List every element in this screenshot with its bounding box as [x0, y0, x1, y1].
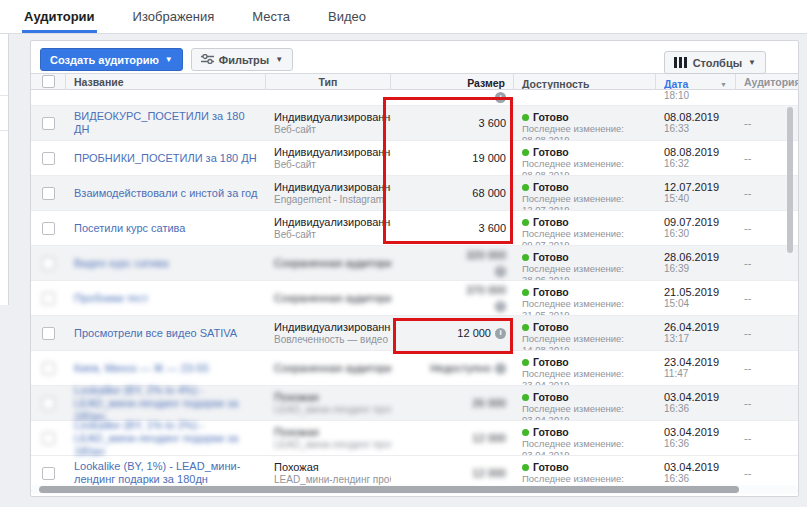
info-icon[interactable]: i — [495, 266, 506, 277]
audience-name-link[interactable]: Lookalike (BY, 2% to 4%) - LEAD_мини-лен… — [74, 386, 258, 420]
audience-name-link[interactable]: Lookalike (BY, 1%) - LEAD_мини-лендинг п… — [74, 460, 258, 486]
audience-subtype: Engagement - Instagram — [274, 194, 383, 206]
audience-size-value: 12 000 — [472, 467, 506, 480]
vertical-scrollbar[interactable] — [787, 107, 793, 253]
tab-images[interactable]: Изображения — [131, 0, 217, 33]
column-header-date[interactable]: Дата ▼ — [656, 74, 736, 89]
sort-desc-icon[interactable]: ▼ — [720, 81, 727, 88]
status-dot-icon — [522, 184, 529, 191]
table-row: Просмотрели все видео SATIVA Индивидуали… — [31, 316, 798, 351]
status-dot-icon — [522, 324, 529, 331]
audience-type: Индивидуализированная ... — [274, 111, 383, 124]
audience-name-link[interactable]: Взаимодействовали с инстой за год — [74, 187, 257, 200]
row-checkbox[interactable] — [42, 292, 55, 305]
row-checkbox[interactable] — [42, 327, 55, 340]
audience-name-link[interactable]: Видео курс сатива — [74, 257, 169, 270]
audience-name-link[interactable]: ВИДЕОКУРС_ПОСЕТИЛИ за 180 ДН — [74, 110, 258, 136]
column-header-audience[interactable]: Аудитория — [736, 74, 799, 89]
audience-size-value: 12 000 — [472, 432, 506, 445]
audience-type: Индивидуализированная ... — [274, 146, 383, 159]
created-time: 15:40 — [664, 193, 728, 205]
status-badge: Готово — [522, 286, 648, 298]
horizontal-scrollbar-thumb[interactable] — [39, 486, 739, 493]
chevron-down-icon: ▼ — [165, 56, 173, 64]
created-date: 09.07.2019 — [664, 216, 728, 228]
last-change-date: 03.04.2019 — [522, 414, 648, 420]
columns-button[interactable]: Столбцы ▼ — [664, 51, 766, 74]
created-time: 16:39 — [664, 263, 728, 275]
audience-type: Индивидуализированная ... — [274, 321, 383, 334]
status-dot-icon — [522, 359, 529, 366]
info-icon[interactable]: i — [495, 92, 506, 103]
horizontal-scrollbar-track[interactable] — [32, 485, 797, 494]
created-time: 16:33 — [664, 123, 728, 135]
status-badge: Готово — [522, 391, 648, 403]
audience-size-value: 370 000 — [466, 284, 506, 297]
audience-name-link[interactable]: Посетили курс сатива — [74, 222, 185, 235]
row-checkbox[interactable] — [42, 152, 55, 165]
info-icon[interactable]: i — [495, 328, 506, 339]
row-checkbox[interactable] — [42, 467, 55, 480]
status-badge: Готово — [522, 146, 648, 158]
audience-subtype: LEAD_мини-лендинг пробни... — [274, 474, 383, 486]
select-all-checkbox[interactable] — [42, 75, 55, 88]
last-change-label: Последнее изменение: — [522, 333, 648, 344]
status-dot-icon — [522, 149, 529, 156]
column-header-name[interactable]: Название — [66, 74, 266, 89]
audience-type: Сохраненная аудитория — [274, 257, 383, 270]
row-checkbox[interactable] — [42, 117, 55, 130]
audience-type: Похожая — [274, 461, 383, 474]
created-date: 03.04.2019 — [664, 461, 728, 473]
row-checkbox[interactable] — [42, 257, 55, 270]
column-header-type[interactable]: Тип — [266, 74, 391, 89]
audience-size-value: 3 600 — [478, 117, 506, 130]
audience-subtype: LEAD_мини-лендинг пробни... — [274, 404, 383, 416]
tab-places[interactable]: Места — [250, 0, 292, 33]
filters-button[interactable]: Фильтры ▼ — [191, 48, 293, 71]
row-checkbox[interactable] — [42, 187, 55, 200]
ads-manager-audiences-page: Аудитории Изображения Места Видео Создат… — [0, 0, 807, 507]
row-checkbox[interactable] — [42, 397, 55, 410]
audience-name-link[interactable]: Пробники тест — [74, 292, 148, 305]
created-date: 03.04.2019 — [664, 426, 728, 438]
audience-name-link[interactable]: ПРОБНИКИ_ПОСЕТИЛИ за 180 ДН — [74, 152, 257, 165]
status-dot-icon — [522, 254, 529, 261]
last-change-label: Последнее изменение: — [522, 158, 648, 169]
created-time: 16:30 — [664, 228, 728, 240]
created-date: 21.05.2019 — [664, 286, 728, 298]
audience-size-value: 12 000 — [457, 327, 491, 340]
audience-name-link[interactable]: Киев, Минск — Ж — 23-55 — [74, 362, 209, 375]
info-icon[interactable]: i — [495, 363, 506, 374]
created-date: 03.04.2019 — [664, 391, 728, 403]
audience-size-value: Недоступно — [430, 362, 491, 375]
status-badge: Готово — [522, 111, 648, 123]
info-icon[interactable]: i — [495, 301, 506, 312]
last-change-label: Последнее изменение: — [522, 368, 648, 379]
left-nav-edge — [0, 34, 9, 305]
row-checkbox[interactable] — [42, 362, 55, 375]
audience-name-link[interactable]: Просмотрели все видео SATIVA — [74, 327, 237, 340]
column-header-availability[interactable]: Доступность — [514, 74, 656, 89]
created-date: 12.07.2019 — [664, 181, 728, 193]
audience-size-value: 320 000 — [466, 249, 506, 262]
row-checkbox[interactable] — [42, 432, 55, 445]
audience-type: Похожая — [274, 426, 383, 439]
audience-subtype: Веб-сайт — [274, 229, 383, 241]
tab-videos[interactable]: Видео — [326, 0, 368, 33]
last-change-date: 23.04.2019 — [522, 379, 648, 385]
last-change-label: Последнее изменение: — [522, 403, 648, 414]
last-change-label: Последнее изменение: — [522, 123, 648, 134]
column-header-size[interactable]: Размер — [391, 74, 514, 89]
row-checkbox[interactable] — [42, 222, 55, 235]
audiences-table-card: Создать аудиторию ▼ Фильтры ▼ Столбцы — [30, 40, 799, 497]
audience-name-link[interactable]: Lookalike (BY, 1% to 2%) - LEAD_мини-лен… — [74, 421, 258, 455]
audience-type: Сохраненная аудитория — [274, 292, 383, 305]
audience-size-value: 68 000 — [472, 187, 506, 200]
created-date: 28.06.2019 — [664, 251, 728, 263]
created-time: 16:32 — [664, 158, 728, 170]
create-audience-button[interactable]: Создать аудиторию ▼ — [40, 48, 183, 71]
tab-audiences[interactable]: Аудитории — [22, 0, 97, 33]
audience-size-value: 19 000 — [472, 152, 506, 165]
created-time: 16:36 — [664, 438, 728, 450]
audience-type: Сохраненная аудитория — [274, 362, 383, 375]
